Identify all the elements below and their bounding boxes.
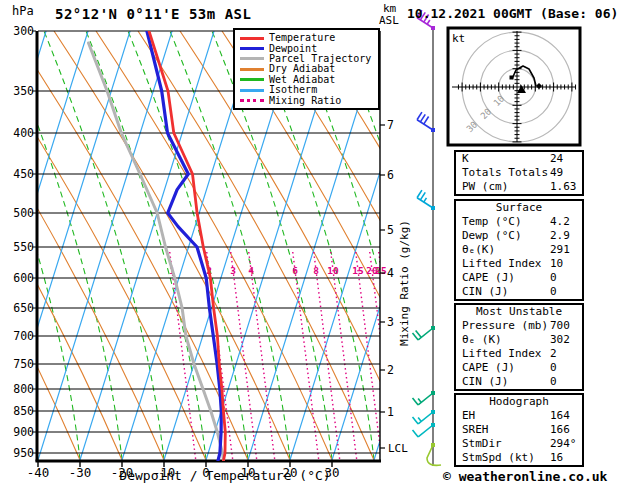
table-row-value: 164 <box>550 409 570 423</box>
table-row-value: 1.63 <box>550 180 577 194</box>
table-row-label: θₑ(K) <box>462 243 495 256</box>
table-row-value: 24 <box>550 152 563 166</box>
pressure-tick-label: 350 <box>13 84 34 98</box>
altitude-tick-label: 7 <box>387 118 394 132</box>
pressure-tick-label: 800 <box>13 382 34 396</box>
table-row-value: 10 <box>550 257 563 271</box>
table-row-value: 0 <box>550 375 557 389</box>
mixing-ratio-value-label: 10 <box>327 265 339 276</box>
table-section-title: Most Unstable <box>456 305 582 319</box>
legend-label: Mixing Ratio <box>269 96 341 106</box>
altitude-datum-label: ASL <box>379 14 399 27</box>
legend-item: Isotherm <box>240 85 376 95</box>
legend-swatch-parcel-trajectory <box>240 57 264 60</box>
table-row: CAPE (J)0 <box>456 361 582 375</box>
table-row-value: 0 <box>550 271 557 285</box>
legend-swatch-mixing-ratio <box>240 99 264 102</box>
page-title: 52°12'N 0°11'E 53m ASL <box>55 6 251 22</box>
table-row-label: CAPE (J) <box>462 361 515 374</box>
hodograph: kt102030 <box>448 28 580 145</box>
altitude-tick-label: 1 <box>387 405 394 419</box>
table-section-indices: K24Totals Totals49PW (cm)1.63 <box>454 150 584 196</box>
pressure-tick-label: 850 <box>13 404 34 418</box>
temp-tick-label: -30 <box>69 465 92 480</box>
table-row: K24 <box>456 152 582 166</box>
table-row-value: 700 <box>550 319 570 333</box>
table-row-label: PW (cm) <box>462 180 508 193</box>
table-row: θₑ(K)291 <box>456 243 582 257</box>
pressure-tick-label: 650 <box>13 301 34 315</box>
pressure-tick-label: 550 <box>13 240 34 254</box>
table-row-label: CAPE (J) <box>462 271 515 284</box>
mixing-ratio-value-label: 3 <box>230 265 236 276</box>
mixing-ratio-value-label: 8 <box>313 265 319 276</box>
mixing-ratio-value-label: 15 <box>352 265 364 276</box>
legend-swatch-dry-adiabat <box>240 68 264 71</box>
pressure-unit-label: hPa <box>12 4 34 18</box>
datetime-label: 10.12.2021 00GMT (Base: 06) <box>407 6 618 21</box>
legend-item: Mixing Ratio <box>240 95 376 105</box>
table-row-label: CIN (J) <box>462 285 508 298</box>
table-row: Dewp (°C)2.9 <box>456 229 582 243</box>
table-row-label: Lifted Index <box>462 347 541 360</box>
table-row: PW (cm)1.63 <box>456 180 582 194</box>
table-row-label: θₑ (K) <box>462 333 502 346</box>
table-row-value: 2.9 <box>550 229 570 243</box>
altitude-tick-label: 3 <box>387 315 394 329</box>
table-row-label: Totals Totals <box>462 166 548 179</box>
legend-swatch-dewpoint <box>240 47 264 50</box>
altitude-tick-label: 2 <box>387 363 394 377</box>
table-row: Lifted Index2 <box>456 347 582 361</box>
table-row: Totals Totals49 <box>456 166 582 180</box>
copyright-label: © weatheronline.co.uk <box>443 469 607 484</box>
table-row-label: Pressure (mb) <box>462 319 548 332</box>
legend-label: Dry Adiabat <box>269 64 335 74</box>
pressure-tick-label: 450 <box>13 167 34 181</box>
pressure-tick-label: 750 <box>13 357 34 371</box>
mixing-ratio-value-label: 25 <box>375 265 387 276</box>
table-section-surface: SurfaceTemp (°C)4.2Dewp (°C)2.9θₑ(K)291L… <box>454 199 584 301</box>
legend: TemperatureDewpointParcel TrajectoryDry … <box>233 28 380 110</box>
legend-label: Temperature <box>269 33 335 43</box>
table-row-label: Temp (°C) <box>462 215 522 228</box>
mixing-ratio-value-label: 4 <box>248 265 254 276</box>
table-row-value: 0 <box>550 285 557 299</box>
altitude-tick-label: 6 <box>387 168 394 182</box>
legend-swatch-temperature <box>240 37 264 40</box>
pressure-tick-label: 700 <box>13 329 34 343</box>
table-row-label: Lifted Index <box>462 257 541 270</box>
legend-item: Dry Adiabat <box>240 64 376 74</box>
table-row-value: 49 <box>550 166 563 180</box>
table-row-label: StmSpd (kt) <box>462 451 535 464</box>
table-row-label: EH <box>462 409 475 422</box>
pressure-tick-label: 400 <box>13 126 34 140</box>
altitude-tick-label: 4 <box>387 266 394 280</box>
table-row-value: 16 <box>550 451 563 465</box>
altitude-tick-label: 5 <box>387 223 394 237</box>
table-row: SREH166 <box>456 423 582 437</box>
table-row: StmDir294° <box>456 437 582 451</box>
table-row: Temp (°C)4.2 <box>456 215 582 229</box>
table-section-title: Hodograph <box>456 395 582 409</box>
pressure-tick-label: 950 <box>13 446 34 460</box>
table-section-hodograph: HodographEH164SREH166StmDir294°StmSpd (k… <box>454 393 584 467</box>
pressure-tick-label: 900 <box>13 425 34 439</box>
table-row-label: StmDir <box>462 437 502 450</box>
lcl-label: LCL <box>388 442 408 455</box>
table-row: Lifted Index10 <box>456 257 582 271</box>
table-row-label: Dewp (°C) <box>462 229 522 242</box>
table-row: EH164 <box>456 409 582 423</box>
hodograph-unit-label: kt <box>452 32 465 45</box>
table-row: Pressure (mb)700 <box>456 319 582 333</box>
hodograph-start-marker <box>510 76 514 80</box>
table-row-value: 2 <box>550 347 557 361</box>
table-row-value: 166 <box>550 423 570 437</box>
x-axis-title: Dewpoint / Temperature (°C) <box>90 468 360 483</box>
table-row-value: 4.2 <box>550 215 570 229</box>
table-section-most-unstable: Most UnstablePressure (mb)700θₑ (K)302Li… <box>454 303 584 391</box>
pressure-tick-label: 600 <box>13 271 34 285</box>
legend-item: Temperature <box>240 33 376 43</box>
skewt-screen: 1234681015202530035040045050055060065070… <box>0 0 629 486</box>
pressure-tick-label: 300 <box>13 24 34 38</box>
pressure-tick-label: 500 <box>13 206 34 220</box>
